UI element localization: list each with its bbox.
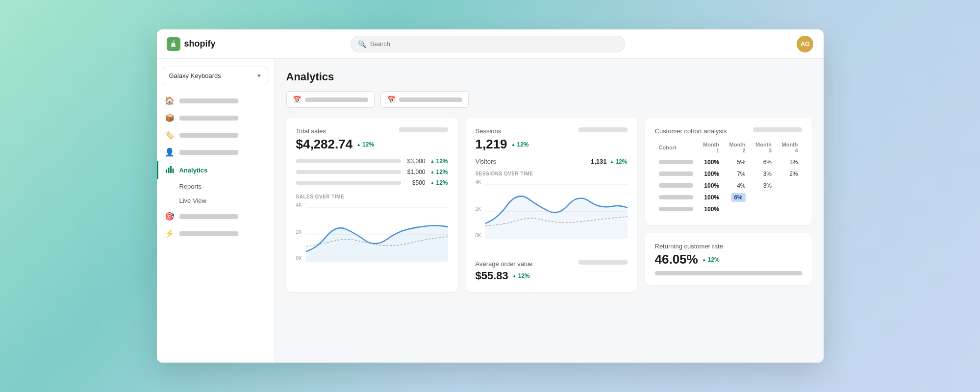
store-selector[interactable]: Galaxy Keyboards ▼	[163, 67, 268, 84]
visitors-row: Visitors 1,131 12%	[476, 158, 628, 165]
sessions-y-4k: 4K	[476, 179, 481, 185]
svg-rect-2	[170, 166, 172, 173]
label-500: $500	[406, 179, 426, 186]
avg-order-badge: 12%	[512, 272, 530, 279]
cohort-r2-100: 100%	[697, 168, 724, 180]
y-label-2k: 2K	[296, 229, 302, 235]
date-end-value	[399, 98, 462, 102]
y-label-4k: 4K	[296, 202, 302, 208]
sidebar-item-analytics[interactable]: Analytics	[157, 161, 274, 179]
total-sales-badge: 12%	[356, 141, 374, 148]
col-cohort: Cohort	[655, 139, 697, 156]
cohort-table: Cohort Month 1 Month 2 Month 3 Month 4	[655, 139, 802, 215]
cohort-card: Customer cohort analysis Cohort Month 1 …	[645, 118, 812, 225]
returning-label: Returning customer rate	[655, 243, 723, 250]
sessions-chart-svg	[485, 179, 628, 243]
cohort-header: Customer cohort analysis	[655, 127, 802, 135]
bar-500	[296, 181, 401, 185]
visitors-badge: 12%	[610, 158, 628, 165]
sidebar-item-marketing[interactable]: 🎯	[157, 208, 274, 225]
avg-order-label: Average order value	[476, 260, 533, 268]
bar-3k	[296, 159, 401, 163]
returning-badge: 12%	[702, 256, 720, 263]
chart-row-3k: $3,000 12%	[296, 158, 448, 165]
label-1k: $1,000	[406, 169, 426, 175]
sidebar-item-reports[interactable]: Reports	[157, 179, 274, 194]
badge-500: 12%	[430, 179, 448, 186]
customers-icon: 👤	[165, 147, 175, 157]
badge-3k: 12%	[430, 158, 448, 165]
cohort-row-5: 100%	[655, 203, 802, 215]
cohort-blue-6: 6%	[731, 193, 745, 202]
avatar[interactable]: AG	[797, 36, 813, 52]
cohort-row-4-label	[659, 195, 693, 199]
sales-chart-label: SALES OVER TIME	[296, 194, 448, 199]
sidebar-item-home[interactable]: 🏠	[157, 92, 274, 109]
badge-1k: 12%	[430, 169, 448, 175]
average-order-section: Average order value $55.83 12%	[476, 252, 628, 282]
nav-discounts-label	[179, 231, 238, 236]
nav-customers-label	[179, 150, 238, 155]
sales-chart-svg	[306, 202, 448, 266]
sales-chart-rows: $3,000 12% $1,000 12% $500 12%	[296, 158, 448, 186]
app-window: shopify 🔍 AG Galaxy Keyboards ▼ 🏠 📦 �	[157, 29, 824, 363]
sessions-value: 1,219 12%	[476, 137, 628, 152]
nav-products-label	[179, 133, 238, 138]
cohort-row-5-label	[659, 207, 693, 211]
cohort-r3-m3	[776, 180, 802, 192]
search-bar[interactable]: 🔍	[351, 36, 625, 52]
main-content: Analytics 📅 📅 Total sales	[275, 59, 824, 363]
discounts-icon: ⚡	[165, 229, 175, 238]
cohort-row-3-label	[659, 183, 693, 188]
cohort-r5-100: 100%	[697, 203, 724, 215]
total-sales-placeholder	[399, 127, 448, 132]
svg-rect-1	[168, 168, 169, 173]
nav-orders-label	[179, 116, 238, 121]
reports-label: Reports	[179, 183, 202, 190]
returning-header: Returning customer rate	[655, 243, 802, 250]
body: Galaxy Keyboards ▼ 🏠 📦 🏷️ 👤	[157, 59, 824, 363]
cohort-r3-100: 100%	[697, 180, 724, 192]
analytics-label: Analytics	[179, 167, 208, 174]
svg-rect-0	[166, 170, 167, 173]
cohort-row-1-label	[659, 160, 693, 164]
cohort-r1-100: 100%	[697, 156, 724, 168]
sidebar-item-liveview[interactable]: Live View	[157, 194, 274, 208]
sidebar-item-customers[interactable]: 👤	[157, 144, 274, 161]
cohort-r1-m1: 5%	[723, 156, 750, 168]
sessions-badge: 12%	[511, 141, 529, 148]
chevron-down-icon: ▼	[257, 73, 262, 78]
returning-value: 46.05% 12%	[655, 252, 802, 267]
total-sales-card: Total sales $4,282.74 12% $3,000 12%	[286, 118, 458, 292]
sessions-chart-container: 4K 2K 0K	[476, 179, 628, 248]
date-filters: 📅 📅	[286, 91, 812, 108]
cohort-r4-100: 100%	[697, 192, 724, 203]
search-input[interactable]	[370, 40, 618, 48]
liveview-label: Live View	[179, 197, 206, 204]
sidebar-item-discounts[interactable]: ⚡	[157, 225, 274, 242]
sidebar-item-products[interactable]: 🏷️	[157, 126, 274, 144]
header: shopify 🔍 AG	[157, 29, 824, 59]
cohort-row-3: 100% 4% 3%	[655, 180, 802, 192]
sidebar-item-orders[interactable]: 📦	[157, 109, 274, 126]
chart-row-500: $500 12%	[296, 179, 448, 186]
date-filter-end[interactable]: 📅	[380, 91, 469, 108]
calendar-end-icon: 📅	[387, 96, 395, 103]
sessions-placeholder	[578, 127, 628, 132]
nav-home-label	[179, 98, 238, 103]
nav-marketing-label	[179, 214, 238, 219]
sessions-header: Sessions	[476, 127, 628, 135]
total-sales-value: $4,282.74 12%	[296, 137, 448, 152]
col-month3: Month 3	[750, 139, 776, 156]
col-month4: Month 4	[776, 139, 802, 156]
home-icon: 🏠	[165, 96, 175, 105]
cohort-r2-m2: 3%	[750, 168, 776, 180]
cohort-r3-m1: 4%	[723, 180, 750, 192]
visitors-value: 1,131 12%	[591, 158, 628, 165]
cohort-r5-m2	[750, 203, 776, 215]
date-filter-start[interactable]: 📅	[286, 91, 375, 108]
cohort-r1-m3: 3%	[776, 156, 802, 168]
visitors-label: Visitors	[476, 158, 496, 165]
sidebar: Galaxy Keyboards ▼ 🏠 📦 🏷️ 👤	[157, 59, 275, 363]
sales-chart-container: 4K 2K 0K	[296, 202, 448, 271]
